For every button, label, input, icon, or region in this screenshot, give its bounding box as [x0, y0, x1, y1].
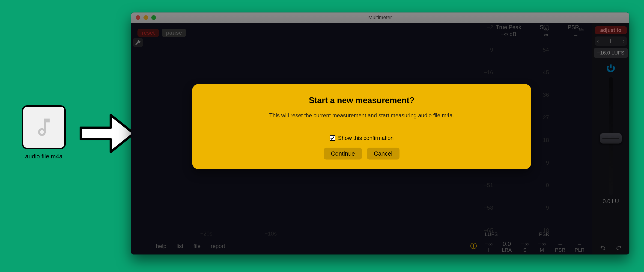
- info-icon: [470, 242, 477, 249]
- readout-value: −∞: [485, 240, 493, 247]
- settings-button[interactable]: [133, 38, 143, 47]
- target-loudness[interactable]: −16.0 LUFS: [594, 48, 628, 58]
- confirm-dialog: Start a new measurement? This will reset…: [192, 84, 531, 169]
- menu-help[interactable]: help: [156, 243, 166, 249]
- scale-tick: 36: [533, 92, 549, 98]
- time-mark: −10s: [264, 230, 277, 237]
- time-mark: −20s: [200, 230, 212, 237]
- readout-psr: –PSR: [555, 240, 565, 253]
- continue-button[interactable]: Continue: [324, 148, 362, 160]
- show-confirmation-checkbox[interactable]: Show this confirmation: [206, 135, 517, 141]
- sidebar: adjust to ‹ I › −16.0 LUFS 0.0 LU: [592, 23, 629, 254]
- readout-value: −∞: [521, 240, 529, 247]
- mode-selector[interactable]: ‹ I ›: [595, 37, 627, 46]
- readout-label: PLR: [574, 247, 584, 253]
- music-note-icon: [32, 116, 55, 139]
- readout-plr: –PLR: [574, 240, 584, 253]
- gain-slider[interactable]: [609, 77, 613, 195]
- readout-m: −∞M: [538, 240, 546, 253]
- footer-menu: help list file report: [131, 243, 225, 249]
- scale-tick: 18: [533, 137, 549, 143]
- scale-tick: 9: [533, 160, 549, 166]
- readout-i: −∞I: [485, 240, 493, 253]
- dialog-body: This will reset the current measurement …: [206, 112, 517, 119]
- scale-tick: 9: [533, 205, 549, 211]
- readout-label: M: [538, 247, 546, 253]
- file-thumbnail: [22, 105, 66, 149]
- stat-true-peak: True Peak −∞ dB: [496, 24, 521, 37]
- power-button[interactable]: [606, 63, 616, 73]
- redo-button[interactable]: [615, 244, 622, 252]
- menu-report[interactable]: report: [210, 243, 225, 249]
- window-title: Multimeter: [131, 15, 629, 21]
- power-icon: [606, 63, 616, 73]
- drag-source-file[interactable]: audio file.m4a: [22, 105, 66, 160]
- scale-tick: −51: [477, 182, 493, 188]
- scale-tick: −16: [477, 69, 493, 76]
- readout-label: LRA: [502, 247, 512, 253]
- svg-point-2: [473, 244, 474, 245]
- readout-value: −∞: [538, 240, 546, 247]
- menu-file[interactable]: file: [194, 243, 201, 249]
- undo-button[interactable]: [599, 244, 606, 252]
- footer-readouts: −∞I0.0LRA−∞S−∞M–PSR–PLR: [485, 240, 584, 253]
- pause-button[interactable]: pause: [162, 29, 186, 37]
- readout-s: −∞S: [521, 240, 529, 253]
- chevron-right-icon: ›: [623, 38, 624, 44]
- readout-label: PSR: [555, 247, 565, 253]
- readout-label: S: [521, 247, 529, 253]
- scale-tick: −2: [477, 24, 493, 31]
- scale-tick: −58: [477, 205, 493, 211]
- mode-value: I: [610, 38, 612, 44]
- checkbox-icon: [330, 135, 335, 141]
- scale-tick: 63: [533, 24, 549, 31]
- file-name: audio file.m4a: [22, 153, 66, 160]
- redo-icon: [615, 244, 622, 252]
- readout-value: 0.0: [502, 240, 512, 247]
- readout-value: –: [555, 240, 565, 247]
- psr-scale: 63544536271890918: [533, 23, 549, 238]
- scale-tick: 45: [533, 69, 549, 76]
- gain-value: 0.0 LU: [592, 198, 629, 205]
- reset-button[interactable]: reset: [138, 29, 159, 37]
- lufs-scale-label: LUFS: [485, 231, 498, 237]
- scale-tick: 54: [533, 47, 549, 53]
- readout-value: –: [574, 240, 584, 247]
- app-window: Multimeter reset pause: [131, 13, 629, 254]
- stat-psr-min: PSRMin –: [568, 24, 584, 38]
- dialog-title: Start a new measurement?: [206, 96, 517, 105]
- undo-icon: [599, 244, 606, 252]
- readout-lra: 0.0LRA: [502, 240, 512, 253]
- drag-arrow: [72, 110, 136, 157]
- checkbox-label: Show this confirmation: [338, 135, 394, 141]
- psr-scale-label: PSR: [539, 231, 550, 237]
- scale-tick: −9: [477, 47, 493, 53]
- scale-tick: 27: [533, 114, 549, 121]
- timeline-marks: −20s−10s: [200, 230, 276, 237]
- wrench-icon: [135, 40, 141, 46]
- cancel-button[interactable]: Cancel: [367, 148, 400, 160]
- slider-thumb[interactable]: [600, 133, 622, 144]
- adjust-to-button[interactable]: adjust to: [595, 26, 627, 34]
- footer: help list file report −∞I0.0LRA−∞S−∞M–PS…: [131, 238, 592, 254]
- readout-label: I: [485, 247, 493, 253]
- titlebar: Multimeter: [131, 13, 629, 23]
- menu-list[interactable]: list: [176, 243, 183, 249]
- info-button[interactable]: [470, 242, 477, 250]
- chevron-left-icon: ‹: [597, 38, 599, 44]
- scale-tick: 0: [533, 182, 549, 188]
